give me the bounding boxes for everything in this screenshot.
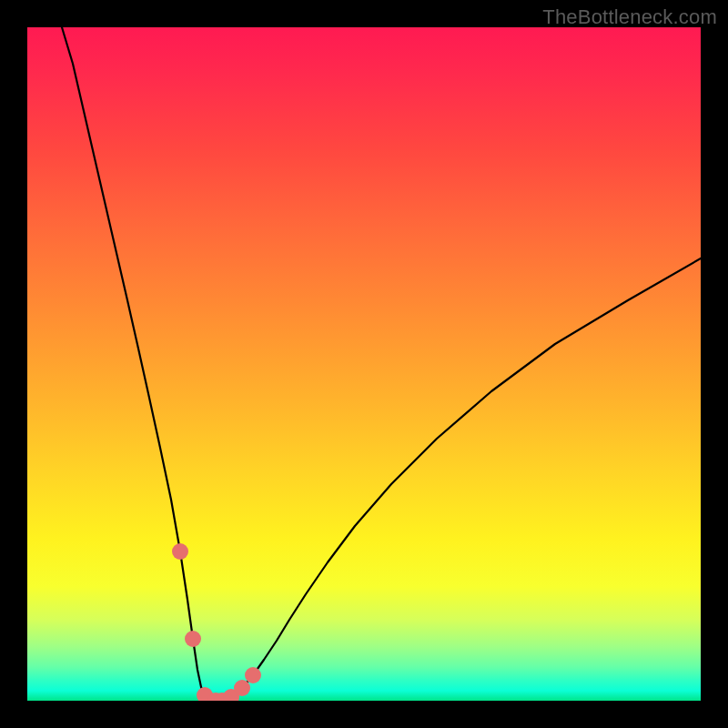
curve-marker xyxy=(234,680,250,696)
outer-frame: TheBottleneck.com xyxy=(0,0,728,728)
bottleneck-curve-svg xyxy=(27,27,701,701)
plot-area xyxy=(27,27,701,701)
watermark-text: TheBottleneck.com xyxy=(542,5,717,29)
curve-marker xyxy=(245,667,261,683)
curve-marker xyxy=(185,631,201,647)
marker-group xyxy=(172,543,261,701)
bottleneck-curve xyxy=(62,27,701,701)
curve-marker xyxy=(172,543,188,560)
